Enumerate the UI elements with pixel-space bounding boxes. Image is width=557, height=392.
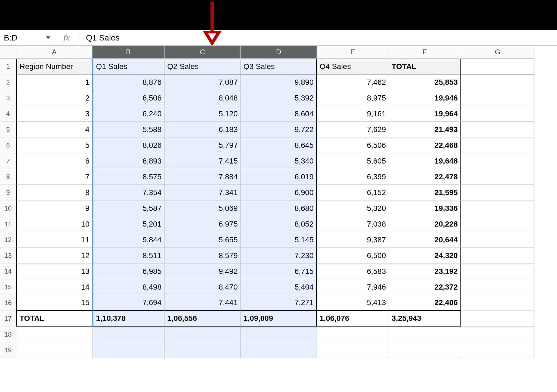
cell-G6[interactable] — [461, 137, 534, 153]
cell-F18[interactable] — [389, 327, 461, 342]
cell-G9[interactable] — [461, 185, 534, 200]
cell-E9[interactable]: 6,152 — [317, 185, 389, 200]
cell-B15[interactable]: 8,498 — [92, 279, 165, 295]
formula-input[interactable] — [79, 30, 557, 45]
cell-B19[interactable] — [92, 342, 165, 358]
cell-G10[interactable] — [461, 200, 534, 216]
cell-G11[interactable] — [461, 216, 534, 232]
cell-C5[interactable]: 6,183 — [165, 122, 241, 137]
cell-G17[interactable] — [461, 311, 534, 327]
cell-G18[interactable] — [461, 327, 534, 342]
row-header-8[interactable]: 8 — [0, 169, 16, 185]
cell-A8[interactable]: 7 — [16, 169, 92, 185]
cell-G3[interactable] — [461, 90, 534, 106]
cell-D16[interactable]: 7,271 — [241, 295, 317, 311]
cell-G13[interactable] — [461, 248, 534, 264]
cell-G2[interactable] — [461, 74, 534, 90]
cell-B5[interactable]: 5,588 — [92, 122, 165, 137]
cell-A15[interactable]: 14 — [16, 279, 92, 295]
cell-B7[interactable]: 6,893 — [92, 153, 165, 169]
row-header-14[interactable]: 14 — [0, 264, 16, 279]
chevron-down-icon[interactable] — [46, 36, 50, 39]
cell-F13[interactable]: 24,320 — [389, 248, 461, 264]
cell-E13[interactable]: 6,500 — [317, 248, 389, 264]
row-header-18[interactable]: 18 — [0, 327, 16, 342]
cell-F15[interactable]: 22,372 — [389, 279, 461, 295]
cell-B16[interactable]: 7,694 — [92, 295, 165, 311]
cell-A2[interactable]: 1 — [16, 74, 92, 90]
cell-F4[interactable]: 19,964 — [389, 106, 461, 122]
cell-F2[interactable]: 25,853 — [389, 74, 461, 90]
cell-E17[interactable]: 1,06,076 — [317, 311, 389, 327]
cell-F7[interactable]: 19,648 — [389, 153, 461, 169]
cell-B10[interactable]: 5,587 — [92, 200, 165, 216]
cell-A3[interactable]: 2 — [16, 90, 92, 106]
cell-B9[interactable]: 7,354 — [92, 185, 165, 200]
cell-E12[interactable]: 9,387 — [317, 232, 389, 248]
cell-F9[interactable]: 21,595 — [389, 185, 461, 200]
cell-C16[interactable]: 7,441 — [165, 295, 241, 311]
cell-A16[interactable]: 15 — [16, 295, 92, 311]
row-header-1[interactable]: 1 — [0, 59, 16, 74]
cell-C18[interactable] — [165, 327, 241, 342]
row-header-3[interactable]: 3 — [0, 90, 16, 106]
cell-D5[interactable]: 9,722 — [241, 122, 317, 137]
cell-E4[interactable]: 9,161 — [317, 106, 389, 122]
cell-F19[interactable] — [389, 342, 461, 358]
cell-G1[interactable] — [461, 59, 534, 74]
cell-F1[interactable]: TOTAL — [389, 59, 461, 74]
cell-A9[interactable]: 8 — [16, 185, 92, 200]
cell-E3[interactable]: 8,975 — [317, 90, 389, 106]
row-header-4[interactable]: 4 — [0, 106, 16, 122]
column-header-G[interactable]: G — [461, 46, 534, 59]
row-header-13[interactable]: 13 — [0, 248, 16, 264]
cell-E8[interactable]: 6,399 — [317, 169, 389, 185]
cell-B6[interactable]: 8,026 — [92, 137, 165, 153]
cell-C6[interactable]: 5,797 — [165, 137, 241, 153]
cell-G16[interactable] — [461, 295, 534, 311]
cell-A5[interactable]: 4 — [16, 122, 92, 137]
cell-E11[interactable]: 7,038 — [317, 216, 389, 232]
cell-C10[interactable]: 5,069 — [165, 200, 241, 216]
cell-C13[interactable]: 8,579 — [165, 248, 241, 264]
cell-E16[interactable]: 5,413 — [317, 295, 389, 311]
row-header-7[interactable]: 7 — [0, 153, 16, 169]
cell-E5[interactable]: 7,629 — [317, 122, 389, 137]
cell-D15[interactable]: 5,404 — [241, 279, 317, 295]
cell-A13[interactable]: 12 — [16, 248, 92, 264]
cell-F6[interactable]: 22,468 — [389, 137, 461, 153]
row-header-12[interactable]: 12 — [0, 232, 16, 248]
cell-D7[interactable]: 5,340 — [241, 153, 317, 169]
cell-D2[interactable]: 9,890 — [241, 74, 317, 90]
name-box[interactable]: B:D — [0, 30, 54, 45]
cell-F10[interactable]: 19,336 — [389, 200, 461, 216]
row-header-19[interactable]: 19 — [0, 342, 16, 358]
cell-A17[interactable]: TOTAL — [16, 311, 92, 327]
column-header-D[interactable]: D — [241, 46, 317, 59]
cell-B13[interactable]: 8,511 — [92, 248, 165, 264]
cell-C15[interactable]: 8,470 — [165, 279, 241, 295]
cell-B17[interactable]: 1,10,378 — [92, 311, 165, 327]
cell-C12[interactable]: 5,655 — [165, 232, 241, 248]
cell-E14[interactable]: 6,583 — [317, 264, 389, 279]
cell-G8[interactable] — [461, 169, 534, 185]
cell-D11[interactable]: 8,052 — [241, 216, 317, 232]
cell-A12[interactable]: 11 — [16, 232, 92, 248]
cell-E19[interactable] — [317, 342, 389, 358]
cell-A19[interactable] — [16, 342, 92, 358]
cell-F5[interactable]: 21,493 — [389, 122, 461, 137]
cell-G15[interactable] — [461, 279, 534, 295]
cell-C19[interactable] — [165, 342, 241, 358]
row-header-11[interactable]: 11 — [0, 216, 16, 232]
cell-D19[interactable] — [241, 342, 317, 358]
cell-G5[interactable] — [461, 122, 534, 137]
cell-C1[interactable]: Q2 Sales — [165, 59, 241, 74]
cell-D6[interactable]: 8,645 — [241, 137, 317, 153]
column-header-E[interactable]: E — [317, 46, 389, 59]
cell-B2[interactable]: 8,876 — [92, 74, 165, 90]
cell-D12[interactable]: 5,145 — [241, 232, 317, 248]
cell-C9[interactable]: 7,341 — [165, 185, 241, 200]
cell-C7[interactable]: 7,415 — [165, 153, 241, 169]
row-header-10[interactable]: 10 — [0, 200, 16, 216]
cell-A7[interactable]: 6 — [16, 153, 92, 169]
